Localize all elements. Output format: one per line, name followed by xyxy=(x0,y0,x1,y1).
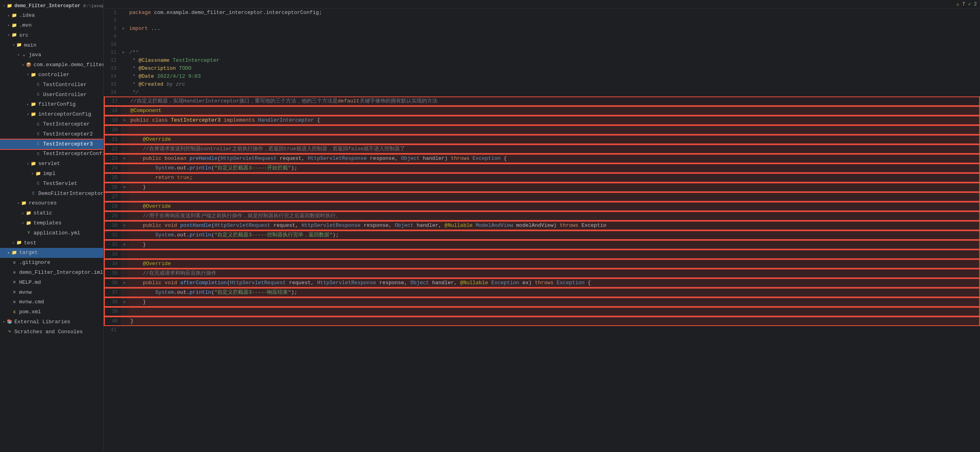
sidebar-item-target[interactable]: 📁 target xyxy=(0,248,103,258)
code-line-39: 39 xyxy=(104,307,980,316)
sidebar-item-label: interceptorConfig xyxy=(38,110,91,119)
arrow-icon xyxy=(6,33,11,38)
sidebar-item-UserController[interactable]: C UserController xyxy=(0,90,103,100)
code-line: 13 * @Description TODO xyxy=(104,65,980,73)
sidebar-item-idea[interactable]: 📁 .idea xyxy=(0,11,103,21)
sidebar-item-label: DemoFilterInterceptorApplication xyxy=(38,190,104,198)
arrow-icon xyxy=(16,201,21,206)
folder-icon: 📁 xyxy=(11,22,18,29)
folder-icon: 📁 xyxy=(16,240,22,246)
sidebar-item-label: filterConfig xyxy=(38,100,76,109)
editor-container[interactable]: 1 package com.example.demo_filter_interc… xyxy=(104,9,980,452)
sidebar-item-demo-iml[interactable]: ≡ demo_Filter_Interceptor.iml xyxy=(0,268,103,278)
sidebar-item-help[interactable]: ≡ HELP.md xyxy=(0,278,103,288)
code-line-18: 18 @Component xyxy=(104,106,980,116)
sidebar-item-impl[interactable]: 📁 impl xyxy=(0,169,103,179)
class-icon: C xyxy=(35,151,41,157)
sidebar-item-filterConfig[interactable]: 📁 filterConfig xyxy=(0,100,103,110)
arrow-icon xyxy=(6,14,11,18)
sidebar-item-main[interactable]: 📁 main xyxy=(0,41,103,51)
sidebar-item-test[interactable]: 📁 test xyxy=(0,238,103,248)
code-line-41: 41 xyxy=(104,326,980,334)
sidebar-item-mvnw[interactable]: ≡ mvnw xyxy=(0,288,103,298)
sidebar-item-TestIntercepterConfig[interactable]: C TestIntercepterConfig xyxy=(0,149,103,159)
code-line: 3 ▶ import ... xyxy=(104,25,980,33)
sidebar-item-TestIntercepter2[interactable]: C TestIntercepter2 xyxy=(0,130,103,140)
arrow-icon xyxy=(21,63,26,68)
code-line-20: 20 xyxy=(104,125,980,135)
sidebar-item-project-root[interactable]: 📁 demo_Filter_Interceptor D:\javaproject… xyxy=(0,2,103,11)
arrow-icon xyxy=(16,53,21,58)
sidebar-item-gitignore[interactable]: ≡ .gitignore xyxy=(0,258,103,268)
sidebar-item-label: Scratches and Consoles xyxy=(14,328,83,336)
code-line-35: 35 //在完成请求和响应后执行操作 xyxy=(104,269,980,278)
sidebar-item-scratches[interactable]: ✎ Scratches and Consoles xyxy=(0,327,103,337)
code-line-24: 24 System.out.println("自定义拦截器3-----开始拦截"… xyxy=(104,163,980,173)
code-line: 16 */ xyxy=(104,88,980,96)
code-line-40: 40 } xyxy=(104,316,980,326)
code-line-23: 23 ▶ public boolean preHandle(HttpServle… xyxy=(104,154,980,163)
sidebar-item-label: controller xyxy=(38,71,69,79)
sidebar-item-label: demo_Filter_Interceptor D:\javaproject\d… xyxy=(14,2,104,10)
sidebar-item-label: java xyxy=(29,51,41,59)
sidebar-item-TestIntercepter[interactable]: C TestIntercepter xyxy=(0,120,103,130)
code-line-19: 19 ▶ public class TestIntercepter3 imple… xyxy=(104,116,980,125)
sidebar-item-com-example[interactable]: 📦 com.example.demo_filter_interceptor xyxy=(0,60,103,70)
sidebar-item-servlet[interactable]: 📁 servlet xyxy=(0,159,103,169)
code-line: 10 xyxy=(104,41,980,49)
arrow-icon xyxy=(21,221,26,226)
sidebar-item-external-libs[interactable]: 📚 External Libraries xyxy=(0,317,103,327)
arrow-icon xyxy=(26,102,30,107)
sidebar-item-label: HELP.md xyxy=(19,279,41,287)
sidebar-item-static[interactable]: 📁 static xyxy=(0,208,103,218)
code-line-26: 26 ▶ } xyxy=(104,183,980,192)
folder-icon: 📁 xyxy=(16,42,22,49)
sidebar-item-label: main xyxy=(24,41,36,50)
sidebar-item-TestController[interactable]: C TestController xyxy=(0,80,103,90)
sidebar-item-java[interactable]: ☕ java xyxy=(0,50,103,60)
sidebar-item-src[interactable]: 📁 src xyxy=(0,31,103,41)
sidebar-item-mvnw-cmd[interactable]: ≡ mvnw.cmd xyxy=(0,297,103,307)
sidebar-item-TestIntercepter3[interactable]: C TestIntercepter3 xyxy=(0,140,103,149)
sidebar-item-label: .mvn xyxy=(19,22,31,30)
sidebar-item-label: demo_Filter_Interceptor.iml xyxy=(19,269,103,277)
yaml-icon: Y xyxy=(26,230,32,236)
top-bar: ⚠ 7 ✓ 2 xyxy=(104,0,980,9)
sidebar-item-label: servlet xyxy=(38,160,60,168)
code-line: 14 * @Date 2022/4/12 9:03 xyxy=(104,73,980,81)
class-icon: C xyxy=(35,181,41,187)
class-icon: C xyxy=(30,191,37,197)
sidebar-item-DemoApp[interactable]: C DemoFilterInterceptorApplication xyxy=(0,189,103,199)
sidebar-item-label: test xyxy=(24,239,36,248)
sidebar-item-mvn[interactable]: 📁 .mvn xyxy=(0,21,103,31)
package-icon: 📦 xyxy=(26,62,32,69)
sidebar-item-application-yml[interactable]: Y application.yml xyxy=(0,228,103,238)
code-line: 12 * @Classname TestIntercepter xyxy=(104,57,980,65)
code-line-27: 27 xyxy=(104,192,980,202)
code-line-22: 22 //在将请求发送到控制器controller之前执行操作，若返回true就… xyxy=(104,144,980,154)
sidebar-item-label: resources xyxy=(29,199,57,208)
code-line-21: 21 @Override xyxy=(104,135,980,144)
sidebar-item-label: com.example.demo_filter_interceptor xyxy=(33,61,104,69)
folder-icon: 📁 xyxy=(30,72,37,78)
sidebar-item-label: TestController xyxy=(43,81,87,89)
sidebar-item-label: target xyxy=(19,249,38,257)
folder-icon: 📁 xyxy=(6,3,13,10)
arrow-icon xyxy=(26,112,30,117)
arrow-icon xyxy=(11,43,16,48)
libs-icon: 📚 xyxy=(6,319,13,325)
sidebar-item-pom-xml[interactable]: X pom.xml xyxy=(0,307,103,317)
arrow-icon xyxy=(26,162,30,167)
sidebar-item-label: .gitignore xyxy=(19,259,50,267)
class-icon: C xyxy=(35,82,41,88)
sidebar-item-resources[interactable]: 📁 resources xyxy=(0,198,103,208)
file-icon: ≡ xyxy=(11,279,18,286)
class-icon: C xyxy=(35,141,41,147)
sidebar-item-TestServlet[interactable]: C TestServlet xyxy=(0,179,103,189)
sidebar-item-templates[interactable]: 📁 templates xyxy=(0,218,103,228)
code-line: 15 * @Created by zrc xyxy=(104,81,980,88)
code-line-32: 32 ▶ } xyxy=(104,240,980,250)
sidebar-item-controller[interactable]: 📁 controller xyxy=(0,70,103,80)
sidebar-item-interceptorConfig[interactable]: 📁 interceptorConfig xyxy=(0,110,103,120)
arrow-icon xyxy=(6,251,11,255)
